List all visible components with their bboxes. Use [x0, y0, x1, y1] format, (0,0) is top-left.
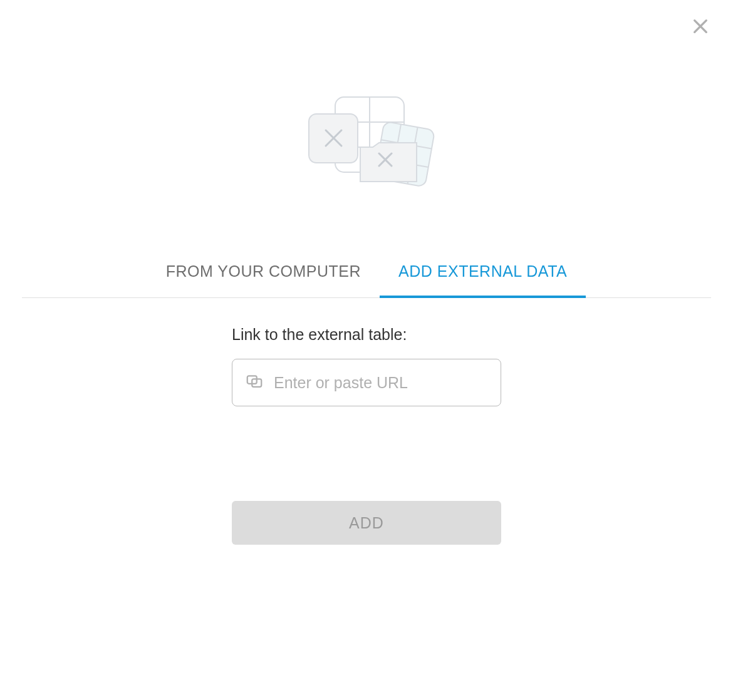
url-field-label: Link to the external table: — [232, 326, 501, 344]
link-icon — [245, 372, 264, 393]
external-data-form: Link to the external table: — [232, 326, 501, 406]
close-icon — [690, 16, 710, 39]
close-button[interactable] — [688, 15, 713, 40]
url-input-wrapper[interactable] — [232, 359, 501, 406]
url-input[interactable] — [274, 374, 488, 392]
tab-from-computer[interactable]: FROM YOUR COMPUTER — [147, 247, 380, 298]
files-illustration — [298, 94, 435, 188]
add-button[interactable]: ADD — [232, 501, 501, 545]
tab-add-external-data[interactable]: ADD EXTERNAL DATA — [380, 247, 586, 298]
tabs: FROM YOUR COMPUTER ADD EXTERNAL DATA — [22, 247, 711, 298]
